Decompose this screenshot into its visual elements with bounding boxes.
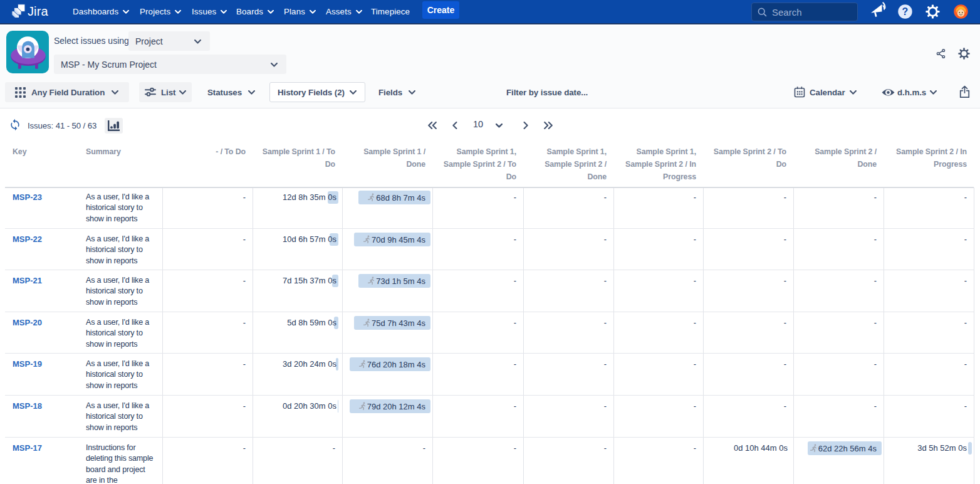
svg-text:?: ?: [902, 6, 909, 17]
